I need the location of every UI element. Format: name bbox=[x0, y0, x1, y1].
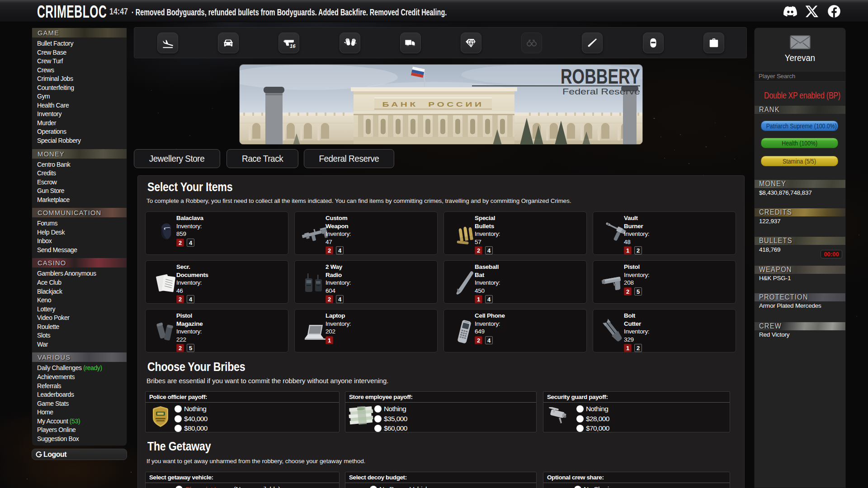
svg-text:БАНК РОССИИ: БАНК РОССИИ bbox=[382, 100, 484, 108]
svg-text:Federal Reserve: Federal Reserve bbox=[562, 87, 640, 96]
svg-text:16: 16 bbox=[290, 43, 296, 49]
svg-text:ROBBERY: ROBBERY bbox=[561, 65, 640, 88]
